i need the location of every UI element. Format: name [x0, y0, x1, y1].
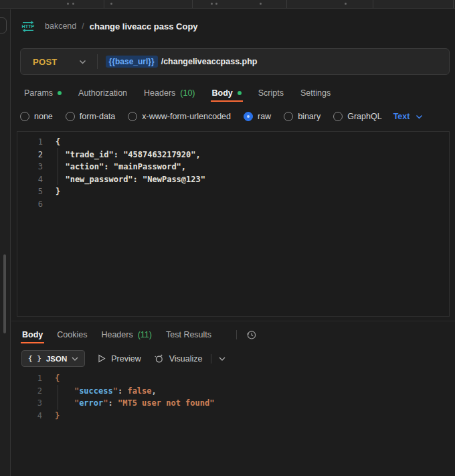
line-number: 2: [17, 385, 42, 398]
radio-icon: [66, 112, 75, 121]
response-tabs: Body Cookies Headers (11) Test Results: [22, 327, 257, 343]
indent-guide: [58, 385, 58, 410]
preview-button[interactable]: Preview: [98, 354, 141, 364]
tab-strip-dot: [211, 3, 213, 5]
code-line: 5}: [17, 185, 449, 198]
request-editor-lines: 1{2 "trade_id": "4587463217920",3 "actio…: [17, 136, 449, 210]
svg-text:HTTP: HTTP: [22, 23, 35, 29]
tab-strip-dot: [260, 3, 262, 5]
tab-label: Params: [24, 88, 53, 98]
headers-count: (11): [138, 330, 152, 339]
radio-icon: [20, 112, 29, 121]
line-number: 2: [17, 149, 43, 161]
mode-binary[interactable]: binary: [284, 112, 321, 121]
request-title[interactable]: change liveacc pass Copy: [90, 21, 198, 31]
base-url-variable[interactable]: {{base_url}}: [106, 56, 158, 68]
response-format-select[interactable]: { } JSON: [21, 350, 85, 367]
tab-label: Authorization: [78, 88, 127, 98]
code-text: "success": false,: [42, 385, 157, 398]
tab-label: Cookies: [57, 330, 87, 339]
tab-label: Body: [22, 330, 43, 339]
tab-strip-separator: [373, 0, 373, 8]
headers-count: (10): [180, 88, 195, 98]
response-divider[interactable]: [11, 321, 455, 321]
tab-label: Body: [212, 88, 233, 98]
tab-headers[interactable]: Headers (10): [144, 84, 195, 102]
radio-icon: [284, 112, 293, 121]
breadcrumb: HTTP bakcend / change liveacc pass Copy: [20, 19, 198, 33]
tab-strip-separator: [192, 0, 193, 8]
response-tab-cookies[interactable]: Cookies: [57, 326, 87, 343]
tab-settings[interactable]: Settings: [300, 84, 331, 102]
raw-language-select[interactable]: Text: [393, 112, 424, 121]
response-body-viewer[interactable]: 1{2 "success": false,3 "error": "MT5 use…: [17, 370, 450, 430]
rail-scrollbar[interactable]: [3, 254, 6, 333]
line-number: 1: [17, 136, 43, 149]
tab-label: Scripts: [258, 88, 284, 98]
mode-x-www-form-urlencoded[interactable]: x-www-form-urlencoded: [128, 112, 231, 121]
tab-authorization[interactable]: Authorization: [78, 84, 127, 102]
radio-icon: [128, 112, 137, 121]
app-tab-strip[interactable]: [0, 0, 455, 9]
response-tab-body[interactable]: Body: [22, 326, 43, 343]
url-divider: [97, 54, 98, 69]
mode-label: none: [34, 112, 53, 121]
breadcrumb-collection[interactable]: bakcend: [45, 21, 76, 31]
line-number: 4: [17, 410, 42, 422]
history-clock-icon[interactable]: [246, 329, 257, 340]
radio-icon: [333, 112, 343, 121]
tab-label: Headers: [101, 330, 132, 339]
code-line: 3 "action": "mainPassword",: [17, 161, 449, 173]
code-text: "error": "MT5 user not found": [42, 397, 214, 410]
tab-label: Settings: [300, 88, 331, 98]
breadcrumb-separator: /: [82, 21, 84, 31]
request-tabs: Params Authorization Headers (10) Body S…: [24, 84, 331, 102]
rail-button-partial[interactable]: [0, 17, 7, 33]
mode-raw[interactable]: raw: [244, 112, 271, 121]
code-line: 2 "trade_id": "4587463217920",: [17, 149, 449, 161]
mode-graphql[interactable]: GraphQL: [333, 112, 381, 121]
tab-strip-separator: [286, 0, 287, 8]
code-line: 2 "success": false,: [17, 385, 450, 398]
preview-label: Preview: [111, 354, 141, 364]
request-body-editor[interactable]: 1{2 "trade_id": "4587463217920",3 "actio…: [17, 131, 450, 317]
line-number: 3: [17, 161, 43, 173]
url-path-input[interactable]: /changeliveaccpass.php: [161, 57, 258, 66]
mode-none[interactable]: none: [20, 112, 53, 121]
response-editor-lines: 1{2 "success": false,3 "error": "MT5 use…: [17, 372, 450, 422]
tab-body[interactable]: Body: [212, 84, 242, 102]
visualize-button[interactable]: Visualize: [154, 353, 203, 364]
method-selector[interactable]: POST: [33, 57, 58, 67]
mode-form-data[interactable]: form-data: [66, 112, 116, 121]
tab-label: Headers: [144, 88, 175, 98]
line-number: 5: [17, 185, 43, 198]
radio-selected-icon: [244, 112, 253, 121]
code-text: "new_password": "NewPass@123": [43, 173, 205, 186]
tab-strip-dot: [67, 3, 69, 5]
visualize-sparkle-icon: [154, 353, 164, 364]
response-tab-headers[interactable]: Headers (11): [101, 326, 152, 343]
code-text: {: [42, 372, 60, 385]
tab-scripts[interactable]: Scripts: [258, 84, 284, 102]
toolbar-divider: [211, 354, 211, 364]
tab-strip-separator: [453, 0, 454, 8]
tab-params[interactable]: Params: [24, 84, 62, 102]
braces-icon: { }: [28, 354, 41, 363]
http-method-icon: HTTP: [20, 21, 36, 32]
language-label: Text: [393, 112, 410, 121]
play-outline-icon: [98, 354, 106, 363]
code-text: "trade_id": "4587463217920",: [43, 149, 201, 161]
line-number: 1: [17, 372, 42, 385]
chevron-down-icon[interactable]: [79, 60, 86, 64]
code-line: 3 "error": "MT5 user not found": [17, 397, 450, 410]
indent-guide: [58, 148, 58, 185]
response-tab-test-results[interactable]: Test Results: [166, 326, 211, 343]
tab-strip-dot: [110, 3, 112, 5]
mode-label: form-data: [80, 112, 116, 121]
code-text: {: [43, 136, 60, 149]
line-number: 6: [17, 198, 43, 211]
code-line: 1{: [17, 372, 450, 385]
active-tab-underline: [21, 342, 44, 343]
chevron-down-icon[interactable]: [219, 357, 225, 361]
url-bar: POST {{base_url}} /changeliveaccpass.php: [20, 48, 450, 75]
